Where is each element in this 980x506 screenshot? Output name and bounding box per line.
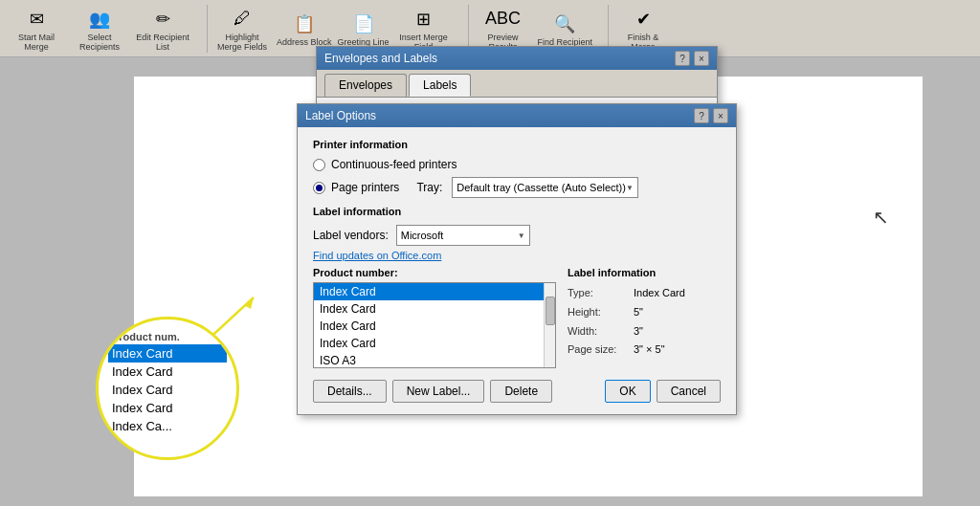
continuous-feed-radio[interactable]: [313, 159, 325, 171]
greeting-icon: 📄: [350, 11, 377, 37]
product-list-scrollbar[interactable]: [544, 283, 555, 367]
start-mail-merge-label: Start Mail Merge: [8, 33, 65, 52]
zoom-item-4: Index Ca...: [108, 417, 227, 435]
continuous-feed-label: Continuous-feed printers: [331, 158, 457, 171]
label-info-col: Label information Type: Index Card Heigh…: [568, 267, 721, 368]
type-row: Type: Index Card: [568, 284, 721, 303]
product-number-col: Product number: Index Card Index Card In…: [313, 267, 556, 368]
write-insert-group: 🖊 Highlight Merge Fields 📋 Address Block…: [213, 6, 453, 52]
edit-recipient-btn[interactable]: ✏ Edit Recipient List: [134, 6, 191, 52]
vendors-dropdown[interactable]: Microsoft ▼: [396, 225, 530, 246]
greeting-line-btn[interactable]: 📄 Greeting Line: [338, 11, 390, 47]
insert-merge-icon: ⊞: [411, 6, 437, 33]
zoom-item-3: Index Card: [108, 399, 227, 417]
product-list-item-2[interactable]: Index Card: [314, 318, 555, 335]
zoom-bg-circle: Product num. Index Card Index Card Index…: [96, 317, 239, 460]
env-labels-help-btn[interactable]: ?: [675, 51, 690, 66]
type-key: Type:: [568, 284, 630, 303]
product-list-item-3[interactable]: Index Card: [314, 335, 555, 352]
select-recipients-icon: 👥: [86, 6, 113, 33]
label-info-heading: Label information: [568, 267, 721, 278]
find-recipient-icon: 🔍: [551, 11, 578, 37]
divider-2: [468, 5, 469, 53]
lo-titlebar-buttons: ? ×: [694, 108, 728, 123]
lo-help-btn[interactable]: ?: [694, 108, 709, 123]
find-recipient-btn[interactable]: 🔍 Find Recipient: [538, 11, 593, 47]
find-recipient-label: Find Recipient: [538, 37, 593, 47]
delete-btn[interactable]: Delete: [490, 380, 552, 403]
find-updates-link[interactable]: Find updates on Office.com: [313, 250, 721, 261]
tray-label: Tray:: [416, 181, 442, 194]
env-labels-title: Envelopes and Labels: [324, 52, 437, 65]
lo-title: Label Options: [305, 109, 376, 122]
select-recipients-label: Select Recipients: [71, 33, 128, 52]
finish-group: ✔ Finish & Merge: [614, 6, 672, 52]
zoom-header: Product num.: [108, 329, 227, 344]
svg-marker-1: [244, 297, 254, 309]
edit-recipient-icon: ✏: [149, 6, 176, 33]
finish-merge-btn[interactable]: ✔ Finish & Merge: [614, 6, 672, 52]
product-list-item-1[interactable]: Index Card: [314, 300, 555, 318]
env-labels-titlebar-buttons: ? ×: [675, 51, 709, 66]
page-printers-label: Page printers: [331, 181, 399, 194]
lo-buttons-right: OK Cancel: [605, 380, 721, 403]
env-labels-tabs: Envelopes Labels: [317, 70, 717, 98]
height-val: 5": [634, 303, 643, 322]
zoom-item-1: Index Card: [108, 363, 227, 381]
printer-info-title: Printer information: [313, 139, 721, 150]
width-key: Width:: [568, 322, 630, 341]
start-mail-merge-icon: ✉: [23, 6, 50, 33]
details-btn[interactable]: Details...: [313, 380, 387, 403]
product-list-scrollbar-thumb: [546, 297, 555, 325]
select-recipients-btn[interactable]: 👥 Select Recipients: [71, 6, 128, 52]
env-labels-close-btn[interactable]: ×: [694, 51, 709, 66]
insert-merge-btn[interactable]: ⊞ Insert Merge Field: [395, 6, 453, 52]
lo-close-btn[interactable]: ×: [713, 108, 728, 123]
product-list-item-0[interactable]: Index Card: [314, 283, 555, 300]
lo-buttons-left: Details... New Label... Delete: [313, 380, 552, 403]
tray-dropdown-arrow: ▼: [626, 184, 634, 192]
tray-value: Default tray (Cassette (Auto Select)): [457, 182, 626, 193]
highlight-merge-btn[interactable]: 🖊 Highlight Merge Fields: [213, 6, 271, 52]
product-list[interactable]: Index Card Index Card Index Card Index C…: [313, 282, 556, 368]
vendors-label: Label vendors:: [313, 229, 389, 242]
page-size-row: Page size: 3" × 5": [568, 341, 721, 360]
vendors-row: Label vendors: Microsoft ▼: [313, 225, 721, 246]
address-block-btn[interactable]: 📋 Address Block: [277, 11, 332, 47]
ok-btn[interactable]: OK: [605, 380, 650, 403]
two-col-area: Product number: Index Card Index Card In…: [313, 267, 721, 368]
continuous-feed-radio-row: Continuous-feed printers: [313, 158, 721, 171]
preview-group: ABC Preview Results 🔍 Find Recipient: [475, 6, 593, 52]
start-mail-merge-group: ✉ Start Mail Merge 👥 Select Recipients ✏…: [8, 6, 191, 52]
greeting-label: Greeting Line: [338, 37, 390, 47]
width-row: Width: 3": [568, 322, 721, 341]
page-size-val: 3" × 5": [634, 341, 665, 360]
address-label: Address Block: [277, 37, 332, 47]
vendors-dropdown-arrow: ▼: [518, 231, 525, 240]
address-icon: 📋: [291, 11, 318, 37]
tab-labels[interactable]: Labels: [409, 74, 471, 97]
page-printers-radio[interactable]: [313, 182, 325, 194]
page-printers-radio-row: Page printers Tray: Default tray (Casset…: [313, 177, 721, 198]
preview-icon: ABC: [490, 6, 517, 33]
divider-3: [608, 5, 609, 53]
zoom-annotation: Product num. Index Card Index Card Index…: [96, 307, 249, 460]
preview-results-btn[interactable]: ABC Preview Results: [475, 6, 532, 52]
lo-buttons: Details... New Label... Delete OK Cancel: [313, 380, 721, 403]
env-labels-titlebar: Envelopes and Labels ? ×: [317, 47, 717, 70]
label-info-table: Type: Index Card Height: 5" Width: 3" Pa…: [568, 284, 721, 360]
height-key: Height:: [568, 303, 630, 322]
highlight-label: Highlight Merge Fields: [213, 33, 271, 52]
divider-1: [207, 5, 208, 53]
tray-dropdown[interactable]: Default tray (Cassette (Auto Select)) ▼: [452, 177, 638, 198]
label-options-dialog: Label Options ? × Printer information Co…: [297, 103, 737, 415]
tab-envelopes[interactable]: Envelopes: [324, 74, 407, 97]
zoom-item-2: Index Card: [108, 381, 227, 399]
product-number-label: Product number:: [313, 267, 556, 278]
finish-icon: ✔: [630, 6, 657, 33]
height-row: Height: 5": [568, 303, 721, 322]
new-label-btn[interactable]: New Label...: [392, 380, 485, 403]
product-list-item-4[interactable]: ISO A3: [314, 352, 555, 368]
start-mail-merge-btn[interactable]: ✉ Start Mail Merge: [8, 6, 65, 52]
lo-cancel-btn[interactable]: Cancel: [657, 380, 721, 403]
